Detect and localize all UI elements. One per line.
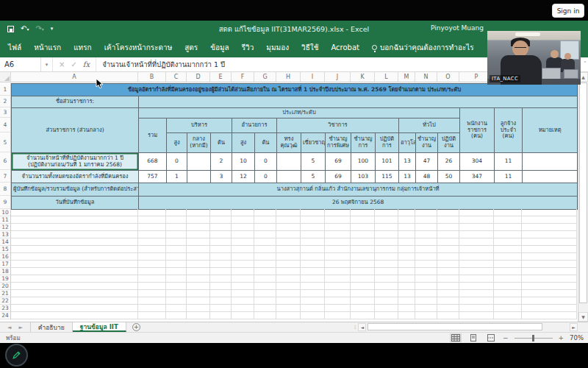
vertical-scroll-thumb[interactable] bbox=[579, 82, 587, 303]
header-col-a[interactable]: ส่วนราชการ (ส่วนกลาง) bbox=[12, 108, 139, 153]
row-header-20[interactable]: 20 bbox=[0, 283, 10, 290]
subheader-cell[interactable]: ต้น bbox=[211, 133, 232, 153]
subheader-cell[interactable]: ปฏิบัติงาน bbox=[438, 133, 460, 153]
subheader-cell[interactable]: ชำนาญการ bbox=[351, 133, 376, 153]
header-type-level[interactable]: ประเภท/ระดับ bbox=[139, 108, 460, 118]
tab-file[interactable]: ไฟล์ bbox=[8, 42, 21, 53]
column-header-D[interactable]: D bbox=[187, 72, 210, 82]
row-header-2[interactable]: 2 bbox=[0, 96, 10, 107]
column-header-E[interactable]: E bbox=[210, 72, 232, 82]
subheader-cell[interactable]: กลาง (หากมี) bbox=[187, 133, 211, 153]
data-cell[interactable]: 3 bbox=[211, 171, 232, 183]
webcam-overlay[interactable]: ITA_NACC bbox=[487, 31, 581, 85]
header-total[interactable]: รวม bbox=[139, 118, 167, 153]
date-value-cell[interactable]: 26 พฤศจิกายน 2568 bbox=[139, 197, 578, 210]
data-cell[interactable]: 115 bbox=[376, 171, 399, 183]
formula-bar-expand-icon[interactable]: ˅ bbox=[584, 61, 587, 68]
column-header-B[interactable]: B bbox=[138, 72, 166, 82]
agency-value-cell[interactable] bbox=[139, 96, 578, 108]
data-cell[interactable]: 0 bbox=[167, 153, 187, 171]
zoom-slider[interactable] bbox=[514, 338, 553, 339]
row-header-12[interactable]: 12 bbox=[0, 224, 10, 231]
data-cell[interactable]: 69 bbox=[326, 153, 351, 171]
agency-label-cell[interactable]: ชื่อส่วนราชการ: bbox=[12, 96, 139, 108]
data-cell[interactable]: 0 bbox=[255, 153, 277, 171]
row-header-1[interactable]: 1 bbox=[0, 83, 10, 96]
header-group-director[interactable]: อำนวยการ bbox=[232, 118, 277, 133]
data-cell[interactable]: 304 bbox=[460, 153, 495, 171]
header-perm-emp[interactable]: ลูกจ้างประจำ (คน) bbox=[495, 108, 523, 153]
cancel-icon[interactable]: × bbox=[59, 60, 65, 68]
formula-input[interactable]: จำนวนเจ้าหน้าที่ที่ปฏิบัติงานมากกว่า 1 ป… bbox=[96, 59, 225, 70]
row-header-15[interactable]: 15 bbox=[0, 246, 10, 253]
tab-help[interactable]: วิธีใช้ bbox=[301, 42, 318, 53]
row-number-gutter[interactable]: 123456789101112131415161718192021222324 bbox=[0, 83, 11, 319]
vertical-scrollbar[interactable]: ▲ ▼ bbox=[578, 72, 588, 322]
data-cell[interactable] bbox=[277, 153, 301, 171]
subheader-cell[interactable]: ทรงคุณวุฒิ bbox=[277, 133, 301, 153]
row-header-8[interactable]: 8 bbox=[0, 183, 10, 196]
data-cell[interactable]: 48 bbox=[416, 171, 438, 183]
data-cell[interactable]: 347 bbox=[460, 171, 495, 183]
horizontal-scrollbar[interactable]: ⁞ ◄ ► bbox=[354, 323, 578, 331]
save-icon[interactable] bbox=[7, 26, 14, 32]
sheet-next-icon[interactable]: ► bbox=[18, 325, 22, 330]
empty-cells-area[interactable] bbox=[11, 209, 577, 319]
qat-customize-icon[interactable]: ▾ bbox=[51, 26, 54, 32]
subheader-cell[interactable]: สูง bbox=[232, 133, 255, 153]
column-header-G[interactable]: G bbox=[254, 72, 276, 82]
data-cell[interactable] bbox=[277, 171, 301, 183]
row-header-16[interactable]: 16 bbox=[0, 253, 10, 261]
column-header-L[interactable]: L bbox=[375, 72, 398, 82]
row-header-9[interactable]: 9 bbox=[0, 196, 10, 209]
header-group-admin[interactable]: บริหาร bbox=[167, 118, 232, 133]
subheader-cell[interactable]: ปฏิบัติการ bbox=[376, 133, 399, 153]
sheet-nav-arrows[interactable]: ◄ ► bbox=[0, 322, 30, 332]
zoom-in-icon[interactable]: + bbox=[559, 334, 564, 342]
data-cell[interactable] bbox=[187, 153, 211, 171]
subheader-cell[interactable]: ต้น bbox=[255, 133, 277, 153]
data-cell[interactable]: 13 bbox=[399, 153, 416, 171]
data-cell[interactable]: 5 bbox=[301, 153, 326, 171]
column-header-C[interactable]: C bbox=[166, 72, 187, 82]
data-cell[interactable]: 69 bbox=[326, 171, 351, 183]
row-header-6[interactable]: 6 bbox=[0, 152, 10, 170]
cell-A7[interactable]: จำนวนรวมทั้งหมดของอัตรากำลังที่มีคนครอง bbox=[12, 171, 139, 183]
row-header-24[interactable]: 24 bbox=[0, 312, 10, 319]
cell-A6-selected[interactable]: จำนวนเจ้าหน้าที่ที่ปฏิบัติงานมากกว่า 1 ป… bbox=[12, 153, 139, 171]
data-cell[interactable]: 757 bbox=[139, 171, 167, 183]
tell-me-box[interactable]: บอกฉันว่าคุณต้องการทำอะไร bbox=[372, 42, 474, 53]
row-header-21[interactable]: 21 bbox=[0, 290, 10, 297]
data-cell[interactable]: 103 bbox=[351, 171, 376, 183]
zoom-level[interactable]: 70% bbox=[570, 334, 584, 342]
data-cell[interactable]: 26 bbox=[438, 153, 460, 171]
insert-function-icon[interactable]: fx bbox=[83, 60, 90, 68]
scroll-right-icon[interactable]: ► bbox=[570, 323, 578, 331]
enter-icon[interactable]: ✓ bbox=[71, 60, 76, 68]
column-header-J[interactable]: J bbox=[325, 72, 351, 82]
column-header-A[interactable]: A bbox=[11, 72, 138, 82]
name-box[interactable]: A6 bbox=[0, 57, 41, 71]
select-all-corner[interactable] bbox=[0, 72, 11, 82]
row-header-11[interactable]: 11 bbox=[0, 216, 10, 224]
tab-page-layout[interactable]: เค้าโครงหน้ากระดาษ bbox=[104, 42, 173, 53]
tab-review[interactable]: รีวิว bbox=[242, 42, 254, 53]
sheet-title-cell[interactable]: ข้อมูลอัตรากำลังที่มีคนครองอยู่ของผู้มีส… bbox=[12, 84, 578, 96]
data-cell[interactable]: 2 bbox=[211, 153, 232, 171]
data-cell[interactable]: 5 bbox=[301, 171, 326, 183]
scroll-down-icon[interactable]: ▼ bbox=[578, 312, 588, 322]
column-header-K[interactable]: K bbox=[351, 72, 375, 82]
data-cell[interactable]: 0 bbox=[255, 171, 277, 183]
sheet-prev-icon[interactable]: ◄ bbox=[7, 325, 11, 330]
row-header-3[interactable]: 3 bbox=[0, 107, 10, 118]
header-group-academic[interactable]: วิชาการ bbox=[277, 118, 399, 133]
column-header-I[interactable]: I bbox=[301, 72, 325, 82]
subheader-cell[interactable]: อาวุโส bbox=[399, 133, 416, 153]
sign-in-button[interactable]: Sign in bbox=[552, 4, 584, 18]
data-cell[interactable] bbox=[523, 153, 578, 171]
tab-formulas[interactable]: สูตร bbox=[184, 42, 198, 53]
data-cell[interactable]: 101 bbox=[376, 153, 399, 171]
data-cell[interactable]: 11 bbox=[495, 171, 523, 183]
zoom-out-icon[interactable]: − bbox=[503, 334, 509, 342]
horizontal-scroll-thumb[interactable] bbox=[368, 323, 542, 330]
